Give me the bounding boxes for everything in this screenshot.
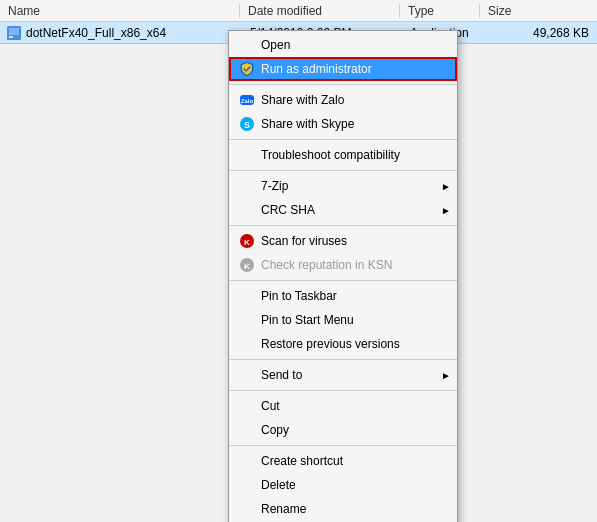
menu-item-share-skype[interactable]: S Share with Skype [229, 112, 457, 136]
menu-item-check-reputation-label: Check reputation in KSN [261, 258, 392, 272]
menu-item-send-to-label: Send to [261, 368, 302, 382]
menu-item-run-as-admin-label: Run as administrator [261, 62, 372, 76]
file-name: dotNetFx40_Full_x86_x64 [24, 26, 242, 40]
rename-icon [237, 501, 257, 517]
col-date-header: Date modified [240, 4, 400, 18]
menu-item-pin-taskbar-label: Pin to Taskbar [261, 289, 337, 303]
menu-item-share-zalo-label: Share with Zalo [261, 93, 344, 107]
pin-taskbar-icon [237, 288, 257, 304]
menu-item-open[interactable]: Open [229, 33, 457, 57]
svg-rect-2 [9, 36, 13, 38]
menu-item-pin-start-label: Pin to Start Menu [261, 313, 354, 327]
col-name-header: Name [0, 4, 240, 18]
separator-3 [229, 170, 457, 171]
menu-item-crc-sha-label: CRC SHA [261, 203, 315, 217]
send-to-arrow-icon: ► [441, 370, 451, 381]
menu-item-restore-versions[interactable]: Restore previous versions [229, 332, 457, 356]
menu-item-share-zalo[interactable]: Zalo Share with Zalo [229, 88, 457, 112]
menu-item-troubleshoot-label: Troubleshoot compatibility [261, 148, 400, 162]
svg-text:S: S [244, 120, 250, 130]
separator-6 [229, 359, 457, 360]
menu-item-send-to[interactable]: Send to ► [229, 363, 457, 387]
menu-item-7zip[interactable]: 7-Zip ► [229, 174, 457, 198]
svg-text:K: K [244, 238, 250, 247]
skype-icon: S [237, 116, 257, 132]
menu-item-crc-sha[interactable]: CRC SHA ► [229, 198, 457, 222]
menu-item-delete-label: Delete [261, 478, 296, 492]
menu-item-pin-start[interactable]: Pin to Start Menu [229, 308, 457, 332]
menu-item-delete[interactable]: Delete [229, 473, 457, 497]
menu-item-pin-taskbar[interactable]: Pin to Taskbar [229, 284, 457, 308]
menu-item-cut[interactable]: Cut [229, 394, 457, 418]
create-shortcut-icon [237, 453, 257, 469]
file-size: 49,268 KB [482, 26, 597, 40]
separator-8 [229, 445, 457, 446]
menu-item-scan-viruses[interactable]: K Scan for viruses [229, 229, 457, 253]
menu-item-scan-viruses-label: Scan for viruses [261, 234, 347, 248]
separator-2 [229, 139, 457, 140]
zalo-icon: Zalo [237, 92, 257, 108]
cut-icon [237, 398, 257, 414]
col-size-header: Size [480, 4, 597, 18]
menu-item-share-skype-label: Share with Skype [261, 117, 354, 131]
menu-item-create-shortcut[interactable]: Create shortcut [229, 449, 457, 473]
menu-item-check-reputation: K Check reputation in KSN [229, 253, 457, 277]
separator-7 [229, 390, 457, 391]
7zip-arrow-icon: ► [441, 181, 451, 192]
separator-5 [229, 280, 457, 281]
separator-1 [229, 84, 457, 85]
crc-sha-arrow-icon: ► [441, 205, 451, 216]
delete-icon [237, 477, 257, 493]
menu-item-create-shortcut-label: Create shortcut [261, 454, 343, 468]
shield-icon [237, 61, 257, 77]
context-menu: Open Run as administrator Zalo Share wit… [228, 30, 458, 522]
svg-text:Zalo: Zalo [241, 98, 254, 104]
separator-4 [229, 225, 457, 226]
restore-icon [237, 336, 257, 352]
kaspersky-gray-icon: K [237, 257, 257, 273]
svg-rect-1 [9, 28, 19, 35]
menu-item-restore-versions-label: Restore previous versions [261, 337, 400, 351]
crc-sha-icon [237, 202, 257, 218]
menu-item-copy[interactable]: Copy [229, 418, 457, 442]
troubleshoot-icon [237, 147, 257, 163]
menu-item-7zip-label: 7-Zip [261, 179, 288, 193]
pin-start-icon [237, 312, 257, 328]
menu-item-copy-label: Copy [261, 423, 289, 437]
menu-item-open-label: Open [261, 38, 290, 52]
send-to-icon [237, 367, 257, 383]
menu-item-rename-label: Rename [261, 502, 306, 516]
menu-item-rename[interactable]: Rename [229, 497, 457, 521]
copy-icon [237, 422, 257, 438]
file-icon [4, 23, 24, 43]
col-type-header: Type [400, 4, 480, 18]
kaspersky-icon: K [237, 233, 257, 249]
menu-item-run-as-admin[interactable]: Run as administrator [229, 57, 457, 81]
svg-text:K: K [244, 262, 250, 271]
open-icon [237, 37, 257, 53]
explorer-header: Name Date modified Type Size [0, 0, 597, 22]
7zip-icon [237, 178, 257, 194]
menu-item-cut-label: Cut [261, 399, 280, 413]
menu-item-troubleshoot[interactable]: Troubleshoot compatibility [229, 143, 457, 167]
